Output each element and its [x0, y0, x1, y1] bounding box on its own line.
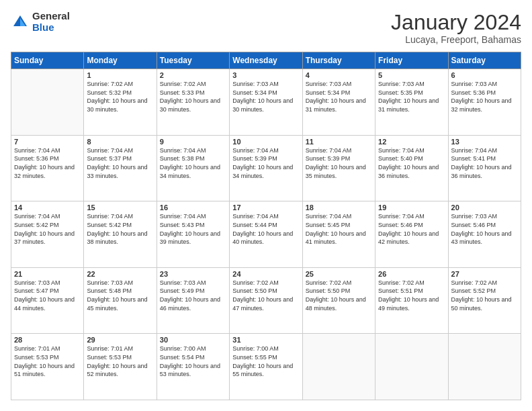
table-row: 3 Sunrise: 7:03 AMSunset: 5:34 PMDayligh…	[230, 69, 302, 136]
day-info: Sunrise: 7:02 AMSunset: 5:50 PMDaylight:…	[232, 279, 293, 312]
table-row: 11 Sunrise: 7:04 AMSunset: 5:39 PMDaylig…	[302, 135, 375, 201]
day-info: Sunrise: 7:03 AMSunset: 5:46 PMDaylight:…	[451, 213, 512, 245]
day-info: Sunrise: 7:04 AMSunset: 5:40 PMDaylight:…	[378, 147, 439, 179]
table-row: 8 Sunrise: 7:04 AMSunset: 5:37 PMDayligh…	[84, 135, 157, 201]
day-number: 11	[306, 138, 372, 146]
day-number: 2	[160, 71, 226, 79]
day-info: Sunrise: 7:02 AMSunset: 5:51 PMDaylight:…	[378, 279, 439, 312]
day-number: 27	[451, 270, 518, 278]
col-friday: Friday	[375, 52, 448, 69]
table-row: 9 Sunrise: 7:04 AMSunset: 5:38 PMDayligh…	[157, 135, 229, 201]
table-row: 7 Sunrise: 7:04 AMSunset: 5:36 PMDayligh…	[11, 135, 84, 201]
day-info: Sunrise: 7:03 AMSunset: 5:36 PMDaylight:…	[451, 81, 512, 113]
day-info: Sunrise: 7:04 AMSunset: 5:39 PMDaylight:…	[232, 147, 293, 179]
table-row: 30 Sunrise: 7:00 AMSunset: 5:54 PMDaylig…	[157, 334, 229, 400]
day-number: 9	[160, 138, 226, 146]
day-number: 4	[306, 71, 372, 79]
table-row: 24 Sunrise: 7:02 AMSunset: 5:50 PMDaylig…	[230, 267, 302, 334]
day-info: Sunrise: 7:00 AMSunset: 5:55 PMDaylight:…	[232, 345, 293, 377]
table-row: 29 Sunrise: 7:01 AMSunset: 5:53 PMDaylig…	[84, 334, 157, 400]
table-row: 17 Sunrise: 7:04 AMSunset: 5:44 PMDaylig…	[230, 201, 302, 268]
day-number: 29	[87, 336, 153, 344]
logo-general-text: General	[32, 11, 70, 22]
table-row	[448, 334, 521, 400]
day-info: Sunrise: 7:02 AMSunset: 5:52 PMDaylight:…	[451, 279, 512, 312]
day-number: 14	[14, 203, 81, 212]
day-info: Sunrise: 7:03 AMSunset: 5:47 PMDaylight:…	[14, 279, 75, 312]
logo-blue-text: Blue	[32, 22, 70, 34]
table-row: 2 Sunrise: 7:02 AMSunset: 5:33 PMDayligh…	[157, 69, 229, 136]
day-number: 20	[451, 203, 518, 212]
table-row	[11, 69, 84, 136]
table-row: 16 Sunrise: 7:04 AMSunset: 5:43 PMDaylig…	[157, 201, 229, 268]
day-number: 23	[160, 270, 226, 278]
logo: General Blue	[11, 11, 70, 33]
day-number: 10	[232, 138, 299, 146]
table-row	[375, 334, 448, 400]
day-number: 17	[232, 203, 299, 212]
table-row: 31 Sunrise: 7:00 AMSunset: 5:55 PMDaylig…	[230, 334, 302, 400]
table-row: 10 Sunrise: 7:04 AMSunset: 5:39 PMDaylig…	[230, 135, 302, 201]
page: General Blue January 2024 Lucaya, Freepo…	[0, 0, 532, 411]
table-row: 5 Sunrise: 7:03 AMSunset: 5:35 PMDayligh…	[375, 69, 448, 136]
day-info: Sunrise: 7:01 AMSunset: 5:53 PMDaylight:…	[87, 345, 147, 377]
table-row: 6 Sunrise: 7:03 AMSunset: 5:36 PMDayligh…	[448, 69, 521, 136]
day-info: Sunrise: 7:04 AMSunset: 5:38 PMDaylight:…	[160, 147, 220, 179]
day-number: 24	[232, 270, 299, 278]
day-info: Sunrise: 7:03 AMSunset: 5:35 PMDaylight:…	[378, 81, 439, 113]
calendar-header-row: Sunday Monday Tuesday Wednesday Thursday…	[11, 52, 521, 69]
col-wednesday: Wednesday	[230, 52, 302, 69]
day-info: Sunrise: 7:02 AMSunset: 5:50 PMDaylight:…	[306, 279, 366, 312]
day-number: 3	[232, 71, 299, 79]
day-info: Sunrise: 7:00 AMSunset: 5:54 PMDaylight:…	[160, 345, 220, 377]
day-number: 6	[451, 71, 518, 79]
table-row: 15 Sunrise: 7:04 AMSunset: 5:42 PMDaylig…	[84, 201, 157, 268]
day-number: 30	[160, 336, 226, 344]
header-right: January 2024 Lucaya, Freeport, Bahamas	[391, 11, 521, 45]
table-row: 13 Sunrise: 7:04 AMSunset: 5:41 PMDaylig…	[448, 135, 521, 201]
day-number: 19	[378, 203, 445, 212]
table-row: 18 Sunrise: 7:04 AMSunset: 5:45 PMDaylig…	[302, 201, 375, 268]
day-info: Sunrise: 7:04 AMSunset: 5:44 PMDaylight:…	[232, 213, 293, 245]
table-row: 1 Sunrise: 7:02 AMSunset: 5:32 PMDayligh…	[84, 69, 157, 136]
day-number: 13	[451, 138, 518, 146]
day-info: Sunrise: 7:03 AMSunset: 5:49 PMDaylight:…	[160, 279, 220, 312]
day-number: 26	[378, 270, 445, 278]
day-number: 18	[306, 203, 372, 212]
day-info: Sunrise: 7:03 AMSunset: 5:48 PMDaylight:…	[87, 279, 147, 312]
day-number: 12	[378, 138, 445, 146]
day-info: Sunrise: 7:02 AMSunset: 5:32 PMDaylight:…	[87, 81, 147, 113]
month-title: January 2024	[391, 11, 521, 34]
day-number: 21	[14, 270, 81, 278]
day-info: Sunrise: 7:04 AMSunset: 5:39 PMDaylight:…	[306, 147, 366, 179]
day-number: 8	[87, 138, 153, 146]
table-row: 20 Sunrise: 7:03 AMSunset: 5:46 PMDaylig…	[448, 201, 521, 268]
day-info: Sunrise: 7:04 AMSunset: 5:42 PMDaylight:…	[87, 213, 147, 245]
day-info: Sunrise: 7:04 AMSunset: 5:42 PMDaylight:…	[14, 213, 75, 245]
col-tuesday: Tuesday	[157, 52, 229, 69]
table-row: 28 Sunrise: 7:01 AMSunset: 5:53 PMDaylig…	[11, 334, 84, 400]
day-info: Sunrise: 7:02 AMSunset: 5:33 PMDaylight:…	[160, 81, 220, 113]
day-info: Sunrise: 7:03 AMSunset: 5:34 PMDaylight:…	[232, 81, 293, 113]
day-info: Sunrise: 7:04 AMSunset: 5:46 PMDaylight:…	[378, 213, 439, 245]
col-monday: Monday	[84, 52, 157, 69]
table-row: 19 Sunrise: 7:04 AMSunset: 5:46 PMDaylig…	[375, 201, 448, 268]
table-row: 26 Sunrise: 7:02 AMSunset: 5:51 PMDaylig…	[375, 267, 448, 334]
day-info: Sunrise: 7:03 AMSunset: 5:34 PMDaylight:…	[306, 81, 366, 113]
day-number: 5	[378, 71, 445, 79]
header: General Blue January 2024 Lucaya, Freepo…	[11, 11, 521, 45]
day-number: 22	[87, 270, 153, 278]
day-number: 7	[14, 138, 81, 146]
col-thursday: Thursday	[302, 52, 375, 69]
table-row: 4 Sunrise: 7:03 AMSunset: 5:34 PMDayligh…	[302, 69, 375, 136]
col-sunday: Sunday	[11, 52, 84, 69]
table-row: 27 Sunrise: 7:02 AMSunset: 5:52 PMDaylig…	[448, 267, 521, 334]
table-row: 23 Sunrise: 7:03 AMSunset: 5:49 PMDaylig…	[157, 267, 229, 334]
day-number: 1	[87, 71, 153, 79]
table-row: 22 Sunrise: 7:03 AMSunset: 5:48 PMDaylig…	[84, 267, 157, 334]
day-number: 25	[306, 270, 372, 278]
table-row	[302, 334, 375, 400]
day-number: 31	[232, 336, 299, 344]
calendar-body: 1 Sunrise: 7:02 AMSunset: 5:32 PMDayligh…	[11, 69, 521, 400]
table-row: 21 Sunrise: 7:03 AMSunset: 5:47 PMDaylig…	[11, 267, 84, 334]
